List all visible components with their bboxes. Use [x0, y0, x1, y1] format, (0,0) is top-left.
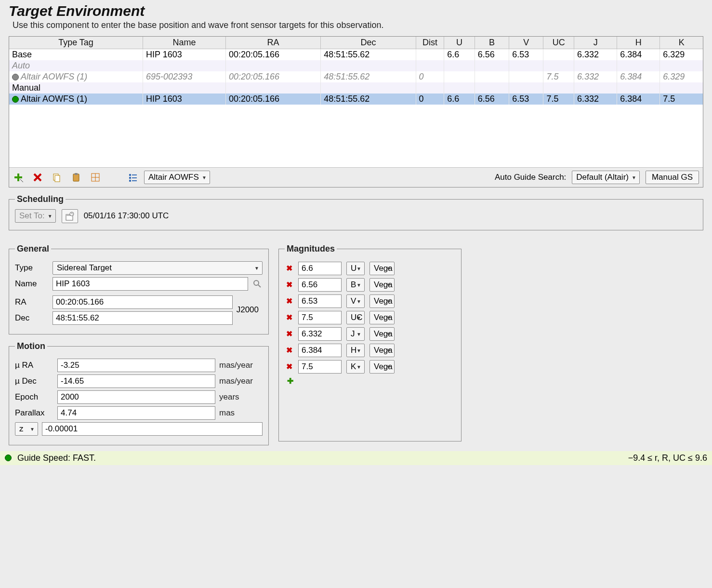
dec-input[interactable]: 48:51:55.62 [53, 311, 233, 325]
col-u[interactable]: U [444, 37, 475, 49]
magnitude-band-select[interactable]: B [346, 278, 365, 292]
col-j[interactable]: J [574, 37, 617, 49]
mu-dec-label: µ Dec [15, 376, 53, 386]
epoch-input[interactable]: 2000 [57, 390, 215, 404]
magnitude-system-select[interactable]: Vega [369, 278, 395, 292]
mu-dec-unit: mas/year [219, 376, 263, 386]
manual-gs-button[interactable]: Manual GS [646, 171, 699, 184]
auto-guide-label: Auto Guide Search: [495, 173, 566, 182]
page-title: Target Environment [9, 3, 703, 19]
svg-rect-3 [55, 175, 60, 182]
parallax-label: Parallax [15, 408, 53, 418]
col-dist[interactable]: Dist [416, 37, 444, 49]
magnitude-band-select[interactable]: H [346, 344, 365, 357]
status-text: Guide Speed: FAST. [17, 453, 96, 463]
target-table[interactable]: Type Tag Name RA Dec Dist U B V UC J H K… [9, 37, 703, 105]
mu-ra-input[interactable]: -3.25 [57, 359, 215, 372]
magnitude-row: ✖6.6UVega [285, 262, 455, 275]
magnitude-value-input[interactable]: 6.332 [298, 327, 342, 341]
add-icon[interactable] [13, 173, 24, 183]
table-header-row: Type Tag Name RA Dec Dist U B V UC J H K [9, 37, 703, 49]
parallax-input[interactable]: 4.74 [57, 406, 215, 420]
auto-guide-select[interactable]: Default (Altair) [572, 171, 640, 184]
magnitude-value-input[interactable]: 6.53 [298, 294, 342, 308]
col-uc[interactable]: UC [543, 37, 574, 49]
mu-ra-unit: mas/year [219, 361, 263, 370]
svg-point-20 [254, 281, 259, 285]
magnitude-system-select[interactable]: Vega [369, 294, 395, 308]
magnitude-band-select[interactable]: UC [346, 311, 365, 324]
list-icon[interactable] [128, 173, 138, 183]
general-group: General Type Sidereal Target Name HIP 16… [9, 244, 269, 334]
search-icon[interactable] [252, 279, 263, 289]
magnitude-system-select[interactable]: Vega [369, 344, 395, 357]
magnitude-row: ✖7.5KVega [285, 360, 455, 374]
mu-dec-input[interactable]: -14.65 [57, 374, 215, 388]
calendar-icon[interactable] [62, 209, 78, 223]
svg-rect-10 [132, 174, 137, 175]
magnitude-system-select[interactable]: Vega [369, 311, 395, 324]
table-row[interactable]: BaseHIP 160300:20:05.16648:51:55.626.66.… [9, 49, 703, 61]
motion-group: Motion µ RA -3.25 mas/year µ Dec -14.65 … [9, 341, 269, 445]
magnitude-band-select[interactable]: K [346, 360, 365, 374]
table-row[interactable]: Altair AOWFS (1)695-00239300:20:05.16648… [9, 71, 703, 82]
delete-magnitude-icon[interactable]: ✖ [285, 313, 293, 322]
col-ra[interactable]: RA [225, 37, 320, 49]
add-magnitude-icon[interactable]: ✚ [285, 376, 295, 386]
magnitude-system-select[interactable]: Vega [369, 360, 395, 374]
motion-legend: Motion [15, 341, 47, 351]
magnitude-value-input[interactable]: 7.5 [298, 360, 342, 374]
svg-rect-12 [132, 177, 137, 178]
target-type-select[interactable]: Altair AOWFS [144, 171, 210, 184]
rv-type-select[interactable]: z [15, 422, 38, 436]
magnitude-value-input[interactable]: 6.6 [298, 262, 342, 275]
table-row[interactable]: Altair AOWFS (1)HIP 160300:20:05.16648:5… [9, 94, 703, 105]
magnitude-value-input[interactable]: 7.5 [298, 311, 342, 324]
magnitude-band-select[interactable]: V [346, 294, 365, 308]
col-dec[interactable]: Dec [321, 37, 416, 49]
target-toolbar: Altair AOWFS Auto Guide Search: Default … [9, 167, 703, 187]
magnitude-value-input[interactable]: 6.56 [298, 278, 342, 292]
delete-magnitude-icon[interactable]: ✖ [285, 264, 293, 273]
magnitude-row: ✖6.53VVega [285, 294, 455, 308]
delete-magnitude-icon[interactable]: ✖ [285, 362, 293, 371]
name-input[interactable]: HIP 1603 [53, 277, 248, 291]
type-select[interactable]: Sidereal Target [53, 261, 263, 275]
mu-ra-label: µ RA [15, 361, 53, 370]
magnitude-system-select[interactable]: Vega [369, 262, 395, 275]
scheduling-datetime: 05/01/16 17:30:00 UTC [84, 211, 169, 221]
copy-icon[interactable] [52, 173, 62, 183]
col-b[interactable]: B [475, 37, 509, 49]
delete-icon[interactable] [32, 173, 43, 183]
page-subtitle: Use this component to enter the base pos… [13, 20, 703, 30]
parallax-unit: mas [219, 408, 263, 418]
delete-magnitude-icon[interactable]: ✖ [285, 296, 293, 306]
svg-rect-5 [75, 173, 78, 175]
epoch-j2000-label: J2000 [233, 305, 263, 315]
magnitude-band-select[interactable]: U [346, 262, 365, 275]
magnitude-band-select[interactable]: J [346, 327, 365, 341]
col-v[interactable]: V [509, 37, 543, 49]
dec-label: Dec [15, 313, 49, 323]
ra-input[interactable]: 00:20:05.166 [53, 295, 233, 309]
col-k[interactable]: K [660, 37, 703, 49]
col-name[interactable]: Name [143, 37, 226, 49]
paste-icon[interactable] [71, 173, 81, 183]
magnitude-value-input[interactable]: 6.384 [298, 344, 342, 357]
set-to-select[interactable]: Set To: [15, 209, 56, 223]
status-bar: Guide Speed: FAST. −9.4 ≤ r, R, UC ≤ 9.6 [0, 451, 712, 465]
magnitudes-legend: Magnitudes [285, 244, 337, 254]
type-label: Type [15, 263, 49, 273]
col-h[interactable]: H [617, 37, 660, 49]
rv-input[interactable]: -0.00001 [42, 422, 263, 436]
delete-magnitude-icon[interactable]: ✖ [285, 329, 293, 338]
table-row[interactable]: Manual [9, 82, 703, 94]
magnitude-row: ✖6.332JVega [285, 327, 455, 341]
grid-icon[interactable] [90, 173, 101, 183]
status-range: −9.4 ≤ r, R, UC ≤ 9.6 [628, 453, 707, 463]
magnitude-system-select[interactable]: Vega [369, 327, 395, 341]
delete-magnitude-icon[interactable]: ✖ [285, 346, 293, 355]
col-typetag[interactable]: Type Tag [9, 37, 143, 49]
delete-magnitude-icon[interactable]: ✖ [285, 280, 293, 289]
table-row[interactable]: Auto [9, 60, 703, 71]
